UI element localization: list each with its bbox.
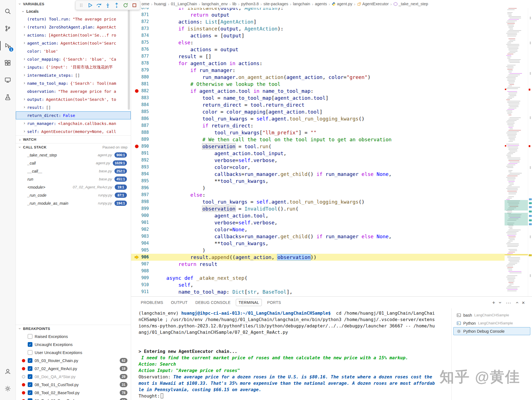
code-line-904[interactable]: 904 **tool_run_kwargs, <box>131 240 505 247</box>
checkbox[interactable]: ✓ <box>28 358 32 363</box>
variable-row[interactable]: ›actions:[AgentAction(tool='Se...f ro <box>16 31 131 39</box>
code-line-879[interactable]: 879 if run_manager: <box>131 67 505 74</box>
settings-icon[interactable] <box>1 382 14 396</box>
breadcrumb-item[interactable]: lib <box>232 2 237 6</box>
code-line-898[interactable]: 898 tool_run_kwargs = self.agent.tool_ru… <box>131 198 505 205</box>
breadcrumb-item[interactable]: site-packages <box>264 2 288 6</box>
call-stack-frame[interactable]: _run_module_as_mainrunpy.py194:1 <box>16 199 131 207</box>
code-line-875[interactable]: 875 else: <box>131 39 505 46</box>
breadcrumb-item[interactable]: AgentExecutor <box>357 2 389 6</box>
breakpoint-row[interactable]: ✓08_Tool_02_BaseTool.py78 <box>16 389 131 397</box>
breadcrumb-item[interactable]: 01_LangChain <box>171 2 197 6</box>
code-line-885[interactable]: 885 color = color_mapping[agent_action.t… <box>131 108 505 115</box>
checkbox[interactable]: ✓ <box>28 398 32 400</box>
step-out-button[interactable] <box>112 1 121 9</box>
terminal-list-item[interactable]: PythonLangChainCHSample <box>453 319 530 327</box>
code-line-881[interactable]: 881 # Otherwise we lookup the tool <box>131 81 505 88</box>
remote-explorer-icon[interactable] <box>1 73 14 87</box>
breadcrumb-item[interactable]: langchain <box>293 2 310 6</box>
run-and-debug-icon[interactable]: 1 <box>1 39 14 53</box>
code-line-876[interactable]: 876 actions = output <box>131 46 505 53</box>
call-stack-frame[interactable]: runbase.py451:1 <box>16 175 131 183</box>
code-line-911[interactable]: 911 name_to_tool_map: Dict[str, BaseTool… <box>131 288 505 295</box>
code-line-890[interactable]: 890 observation = tool.run( <box>131 143 505 150</box>
code-line-906[interactable]: 906 result.append((agent_action, observa… <box>131 254 505 261</box>
code-line-872[interactable]: 872 actions: List[AgentAction] <box>131 18 505 25</box>
breakpoint-exception-row[interactable]: User Uncaught Exceptions <box>16 348 131 357</box>
step-over-button[interactable] <box>95 1 103 9</box>
variable-row[interactable]: ›result:[] <box>16 103 131 111</box>
code-line-871[interactable]: 871 return output <box>131 11 505 18</box>
terminal-output[interactable]: (langchain_env) huangj@ihpc-ci-aai-013:~… <box>139 311 449 400</box>
restart-button[interactable] <box>121 1 130 9</box>
breakpoint-exception-row[interactable]: Raised Exceptions <box>16 332 131 340</box>
code-line-900[interactable]: 900 agent_action.tool, <box>131 212 505 219</box>
code-line-908[interactable]: 908 <box>131 268 505 275</box>
code-line-873[interactable]: 873 if isinstance(output, AgentAction): <box>131 25 505 32</box>
breadcrumb-item[interactable]: ome <box>142 2 149 6</box>
variable-row[interactable]: color:'blue' <box>16 47 131 55</box>
drag-handle[interactable] <box>77 1 85 9</box>
breadcrumb-item[interactable]: huangj <box>154 2 166 6</box>
terminal-list-item[interactable]: Python Debug Console <box>453 327 530 335</box>
close-panel-icon[interactable]: × <box>522 300 525 305</box>
variable-row[interactable]: ›inputs:{'input': '目前市场上玫瑰花的平 <box>16 63 131 71</box>
breakpoint-row[interactable]: ✓07_02_Agent_ReAct.py19 <box>16 365 131 373</box>
checkbox[interactable]: ✓ <box>28 382 32 387</box>
breakpoint-exception-row[interactable]: ✓Uncaught Exceptions <box>16 340 131 348</box>
code-line-895[interactable]: 895 **tool_run_kwargs, <box>131 178 505 184</box>
code-line-887[interactable]: 887 if return_direct: <box>131 122 505 129</box>
variable-row[interactable]: ›self:AgentExecutor(memory=None, call <box>16 127 131 135</box>
code-line-888[interactable]: 888 tool_run_kwargs["llm_prefix"] = "" <box>131 129 505 136</box>
variable-row[interactable]: ›run_manager:<langchain.callbacks.man <box>16 119 131 127</box>
breadcrumb-item[interactable]: agent.py <box>332 2 352 6</box>
breadcrumb-item[interactable]: python3.8 <box>241 2 259 6</box>
checkbox[interactable] <box>28 350 32 355</box>
variable-row[interactable]: ›name_to_tool_map:{'Search': Tool(nam <box>16 79 131 87</box>
code-line-883[interactable]: 883 tool = name_to_tool_map[agent_action… <box>131 94 505 101</box>
variable-row[interactable]: (return) Tool.run:"The average price <box>16 15 131 23</box>
variable-row[interactable]: ›output:AgentAction(tool='Search', to <box>16 95 131 103</box>
call-stack-frame[interactable]: _take_next_stepagent.py906:1 <box>16 151 131 159</box>
extensions-icon[interactable] <box>1 56 14 70</box>
code-line-886[interactable]: 886 tool_run_kwargs = self.agent.tool_ru… <box>131 115 505 122</box>
search-icon[interactable] <box>1 4 14 18</box>
code-line-905[interactable]: 905 ) <box>131 247 505 254</box>
code-line-889[interactable]: 889 # We then call the tool on the tool … <box>131 136 505 143</box>
code-line-903[interactable]: 903 callbacks=run_manager.get_child() if… <box>131 233 505 240</box>
new-terminal-icon[interactable]: + <box>492 300 495 305</box>
variable-row[interactable]: ›color_mapping:{'Search': 'blue', 'Ca <box>16 55 131 63</box>
testing-icon[interactable] <box>1 90 14 104</box>
variable-row[interactable]: return_direct:False <box>16 111 131 119</box>
code-line-892[interactable]: 892 verbose=self.verbose, <box>131 157 505 164</box>
breadcrumb-item[interactable]: _take_next_step <box>393 2 428 6</box>
watch-section-header[interactable]: › WATCH <box>16 135 131 143</box>
code-line-884[interactable]: 884 return_direct = tool.return_direct <box>131 101 505 108</box>
variable-row[interactable]: ›agent_action:AgentAction(tool='Searc <box>16 39 131 47</box>
code-line-899[interactable]: 899 observation = InvalidTool().run( <box>131 205 505 212</box>
code-line-896[interactable]: 896 ) <box>131 184 505 191</box>
code-line-874[interactable]: 874 actions = [output] <box>131 32 505 39</box>
sidebar-scrollbar[interactable] <box>128 10 130 110</box>
code-line-882[interactable]: 882 if agent_action.tool in name_to_tool… <box>131 88 505 94</box>
code-line-894[interactable]: 894 callbacks=run_manager.get_child() if… <box>131 171 505 178</box>
tab-output[interactable]: OUTPUT <box>168 299 190 306</box>
terminal-list-item[interactable]: bashLangChainCHSample <box>453 311 530 319</box>
step-into-button[interactable] <box>104 1 112 9</box>
breakpoint-row[interactable]: ✓08_Doc_QA_A*Star.py29 <box>16 373 131 381</box>
code-line-901[interactable]: 901 verbose=self.verbose, <box>131 219 505 226</box>
variable-row[interactable]: ›intermediate_steps:[] <box>16 71 131 79</box>
checkbox[interactable]: ✓ <box>28 342 32 347</box>
variable-row[interactable]: ›(return) ZeroShotAgent.plan:AgentAct <box>16 23 131 31</box>
call-stack-frame[interactable]: <module>07_02_Agent_ReAct.py19:1 <box>16 183 131 191</box>
checkbox[interactable] <box>28 334 32 339</box>
variable-row[interactable]: observation:"The average price for a <box>16 87 131 95</box>
checkbox[interactable]: ✓ <box>28 366 32 371</box>
minimap[interactable] <box>505 0 528 296</box>
continue-button[interactable] <box>86 1 94 9</box>
source-control-icon[interactable] <box>1 22 14 35</box>
breakpoint-row[interactable]: ✓08_Tool_01_CustTool.py31 <box>16 381 131 389</box>
code-line-877[interactable]: 877 result = [] <box>131 53 505 60</box>
breakpoints-section-header[interactable]: › BREAKPOINTS <box>16 325 131 332</box>
call-stack-frame[interactable]: __call__base.py252:1 <box>16 167 131 175</box>
